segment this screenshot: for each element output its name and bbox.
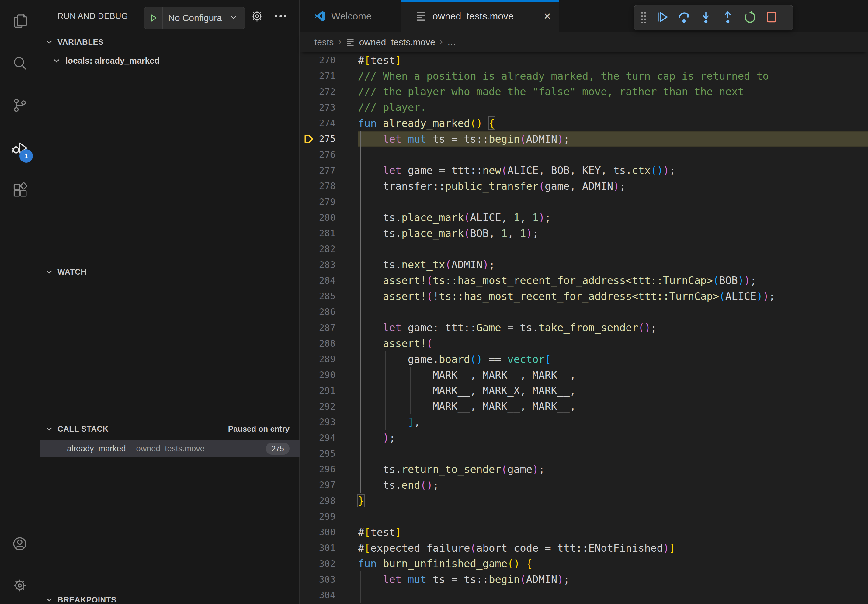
gutter[interactable]: 290 (299, 367, 358, 383)
line-number[interactable]: 271 (315, 71, 358, 81)
code-line-content[interactable]: #[expected_failure(abort_code = ttt::ENo… (358, 540, 868, 556)
debug-settings-gear-icon[interactable] (250, 0, 264, 32)
code-line-content[interactable]: MARK__, MARK__, MARK__, (358, 398, 868, 414)
breadcrumb-item[interactable]: owned_tests.move (359, 37, 435, 48)
code-line-content[interactable]: } (358, 493, 868, 509)
gutter[interactable]: 270 (299, 52, 358, 68)
gutter[interactable]: 288 (299, 336, 358, 351)
line-number[interactable]: 286 (315, 307, 358, 317)
line-number[interactable]: 298 (315, 496, 358, 506)
gutter[interactable]: 298 (299, 493, 358, 509)
code-line-content[interactable] (358, 508, 868, 524)
line-number[interactable]: 292 (315, 401, 358, 412)
code-line-content[interactable] (358, 304, 868, 320)
code-line-content[interactable]: /// the player who made the "false" move… (358, 84, 868, 99)
line-number[interactable]: 270 (315, 55, 358, 65)
step-over-button[interactable] (673, 7, 695, 28)
code-line-content[interactable]: /// When a position is already marked, t… (358, 68, 868, 84)
line-number[interactable]: 284 (315, 275, 358, 286)
gutter[interactable]: 303 (299, 571, 358, 587)
code-line-content[interactable]: ts.next_tx(ADMIN); (358, 257, 868, 273)
code-line-content[interactable]: ); (358, 430, 868, 446)
gutter[interactable]: 282 (299, 241, 358, 257)
gutter[interactable]: 278 (299, 178, 358, 194)
gutter[interactable]: 284 (299, 273, 358, 288)
line-number[interactable]: 289 (315, 354, 358, 364)
gutter[interactable]: 293 (299, 414, 358, 430)
gutter[interactable]: 287 (299, 320, 358, 336)
code-line-content[interactable]: ts.end(); (358, 477, 868, 493)
code-line-content[interactable]: fun already_marked() { (358, 115, 868, 131)
code-line-content[interactable] (358, 587, 868, 603)
line-number[interactable]: 285 (315, 291, 358, 301)
gutter[interactable]: 273 (299, 99, 358, 115)
call-stack-section-header[interactable]: CALL STACK Paused on entry (40, 421, 299, 437)
tab-welcome[interactable]: Welcome (299, 0, 401, 32)
current-line-content[interactable]: let mut ts = ts::begin(ADMIN); (358, 131, 868, 147)
gutter[interactable]: 279 (299, 194, 358, 210)
code-line-content[interactable]: let game: ttt::Game = ts.take_from_sende… (358, 320, 868, 336)
gutter[interactable]: 280 (299, 209, 358, 225)
gutter[interactable]: 294 (299, 430, 358, 446)
line-number[interactable]: 304 (315, 590, 358, 600)
line-number[interactable]: 301 (315, 542, 358, 553)
locals-scope-row[interactable]: locals: already_marked (40, 53, 299, 68)
breakpoints-section-header[interactable]: BREAKPOINTS (40, 592, 299, 604)
activity-item-run-and-debug[interactable]: 1 (0, 138, 40, 160)
code-line-content[interactable]: ], (358, 414, 868, 430)
line-number[interactable]: 302 (315, 558, 358, 569)
line-number[interactable]: 274 (315, 118, 358, 129)
line-number[interactable]: 282 (315, 244, 358, 254)
code-line-content[interactable]: assert!(!ts::has_most_recent_for_address… (358, 288, 868, 304)
code-line-content[interactable]: ts.place_mark(ALICE, 1, 1); (358, 209, 868, 225)
gutter[interactable]: 300 (299, 524, 358, 540)
gutter[interactable]: 292 (299, 398, 358, 414)
code-line-content[interactable]: MARK__, MARK__, MARK__, (358, 367, 868, 383)
restart-button[interactable] (739, 7, 761, 28)
line-number[interactable]: 291 (315, 385, 358, 396)
code-line-content[interactable]: MARK__, MARK_X, MARK__, (358, 383, 868, 398)
code-line-content[interactable]: fun burn_unfinished_game() { (358, 556, 868, 572)
activity-item-explorer[interactable] (0, 10, 40, 32)
gutter[interactable]: 304 (299, 587, 358, 603)
variables-section-header[interactable]: VARIABLES (40, 34, 299, 50)
gutter[interactable]: 286 (299, 304, 358, 320)
line-number[interactable]: 299 (315, 511, 358, 522)
gutter[interactable]: 301 (299, 540, 358, 556)
more-actions-icon[interactable] (273, 0, 288, 32)
tab-owned-tests-move[interactable]: owned_tests.move✕ (401, 0, 559, 32)
line-number[interactable]: 273 (315, 102, 358, 113)
gutter[interactable]: 281 (299, 225, 358, 241)
gutter[interactable]: 302 (299, 556, 358, 572)
line-number[interactable]: 296 (315, 464, 358, 474)
code-line-content[interactable]: let game = ttt::new(ALICE, BOB, KEY, ts.… (358, 163, 868, 178)
code-line-content[interactable]: assert!( (358, 336, 868, 351)
code-line-content[interactable]: transfer::public_transfer(game, ADMIN); (358, 178, 868, 194)
gutter[interactable]: 299 (299, 508, 358, 524)
gutter[interactable]: 295 (299, 446, 358, 462)
gutter[interactable]: 297 (299, 477, 358, 493)
line-number[interactable]: 272 (315, 87, 358, 97)
code-editor[interactable]: 270#[test]271/// When a position is alre… (299, 52, 868, 604)
continue-button[interactable] (651, 7, 673, 28)
gutter[interactable]: 276 (299, 147, 358, 163)
gutter[interactable]: 277 (299, 163, 358, 178)
code-line-content[interactable]: ts.return_to_sender(game); (358, 462, 868, 477)
gutter[interactable]: 272 (299, 84, 358, 99)
step-into-button[interactable] (695, 7, 717, 28)
code-line-content[interactable]: /// player. (358, 99, 868, 115)
code-line-content[interactable]: #[test] (358, 524, 868, 540)
breadcrumb-item[interactable]: tests (315, 37, 334, 48)
line-number[interactable]: 297 (315, 480, 358, 490)
step-out-button[interactable] (717, 7, 739, 28)
line-number[interactable]: 278 (315, 181, 358, 191)
code-line-content[interactable]: #[test] (358, 52, 868, 68)
gutter[interactable]: 285 (299, 288, 358, 304)
line-number[interactable]: 290 (315, 370, 358, 380)
code-line-content[interactable] (358, 446, 868, 462)
code-line-content[interactable]: let mut ts = ts::begin(ADMIN); (358, 571, 868, 587)
line-number[interactable]: 295 (315, 448, 358, 459)
gutter[interactable]: 275 (299, 131, 358, 147)
line-number[interactable]: 300 (315, 527, 358, 537)
gutter[interactable]: 291 (299, 383, 358, 398)
